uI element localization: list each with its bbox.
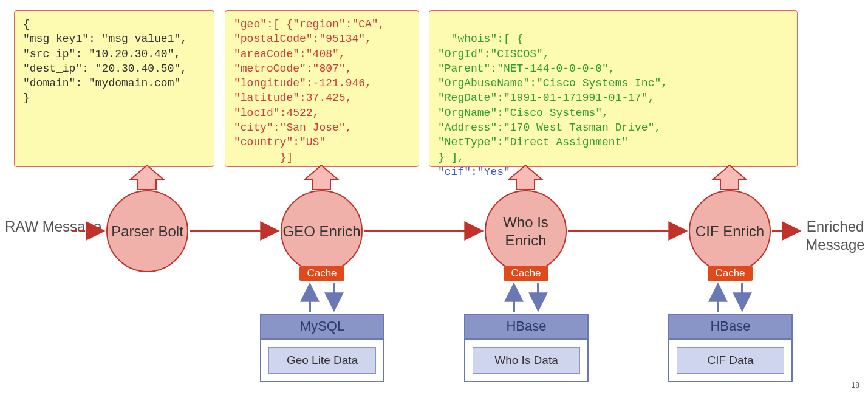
cif-db-data: CIF Data	[677, 347, 784, 374]
geo-db-data: Geo Lite Data	[268, 347, 376, 374]
page-number: 18	[852, 381, 859, 389]
cif-cache-badge: Cache	[708, 266, 753, 281]
geo-db-engine: MySQL	[261, 315, 383, 340]
cif-enrich-node: CIF Enrich	[689, 190, 771, 272]
cif-json-text: "cif":"Yes"	[438, 166, 510, 178]
whois-cif-json-box: "whois":[ { "OrgId":"CISCOS", "Parent":"…	[429, 10, 798, 167]
geo-db-box: MySQL Geo Lite Data	[260, 314, 384, 382]
cif-db-box: HBase CIF Data	[668, 314, 793, 382]
whois-enrich-node: Who Is Enrich	[485, 190, 567, 272]
whois-cache-badge: Cache	[504, 266, 548, 281]
whois-db-box: HBase Who Is Data	[464, 314, 589, 382]
enriched-message-label: Enriched Message	[802, 218, 868, 254]
parser-bolt-node: Parser Bolt	[106, 190, 188, 272]
whois-db-engine: HBase	[465, 315, 587, 340]
geo-enrich-node: GEO Enrich	[281, 190, 363, 272]
raw-message-label: RAW Message	[5, 218, 101, 236]
geo-json-box: "geo":[ {"region":"CA", "postalCode":"95…	[225, 10, 419, 167]
geo-cache-badge: Cache	[299, 266, 344, 281]
whois-db-data: Who Is Data	[473, 347, 580, 374]
raw-json-box: { "msg_key1": "msg value1", "src_ip": "1…	[14, 10, 214, 167]
cif-db-engine: HBase	[669, 315, 791, 340]
whois-json-text: "whois":[ { "OrgId":"CISCOS", "Parent":"…	[438, 33, 668, 163]
